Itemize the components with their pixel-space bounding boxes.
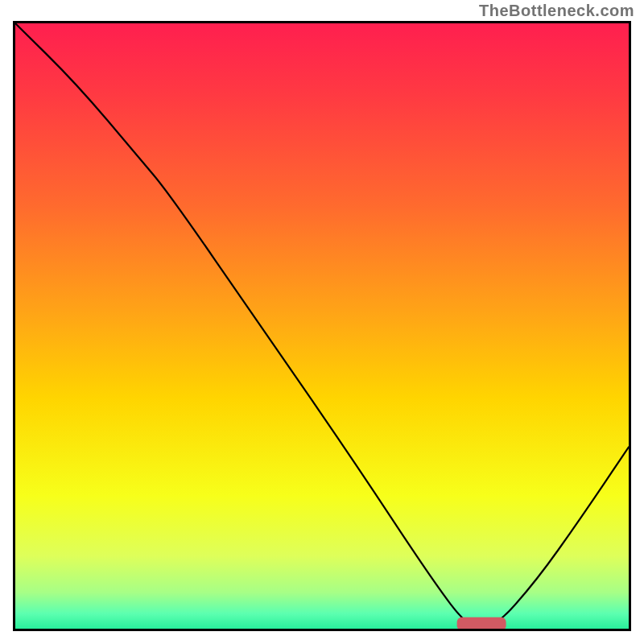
watermark-text: TheBottleneck.com — [479, 2, 634, 20]
optimal-marker — [457, 617, 506, 629]
chart-plot-area — [13, 21, 631, 631]
gradient-background — [15, 23, 629, 629]
bottleneck-chart-svg — [15, 23, 629, 629]
